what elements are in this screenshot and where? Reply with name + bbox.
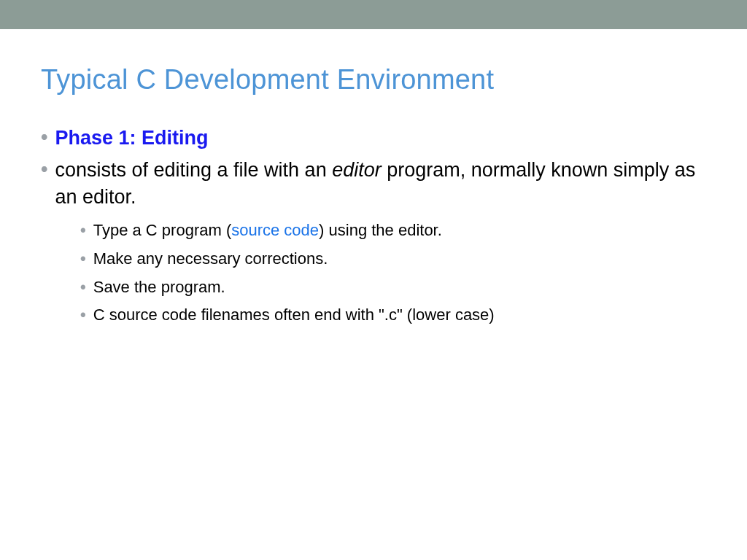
sub-bullet-list: • Type a C program (source code) using t… bbox=[41, 220, 706, 325]
sub-bullet-marker: • bbox=[80, 277, 86, 298]
header-bar bbox=[0, 0, 747, 29]
bullet-marker: • bbox=[41, 125, 47, 150]
slide-title: Typical C Development Environment bbox=[41, 64, 706, 96]
sub-bullet-marker: • bbox=[80, 220, 86, 241]
sub-bullet-marker: • bbox=[80, 249, 86, 270]
s1-post: ) using the editor. bbox=[319, 221, 442, 239]
bullet-desc-row: • consists of editing a file with an edi… bbox=[41, 157, 706, 210]
sub-bullet-text: Save the program. bbox=[93, 277, 225, 298]
sub-bullet-text: C source code filenames often end with "… bbox=[93, 305, 495, 326]
desc-italic: editor bbox=[332, 159, 382, 181]
phase-heading: Phase 1: Editing bbox=[55, 125, 208, 151]
slide-content: Typical C Development Environment • Phas… bbox=[0, 29, 747, 326]
s1-link: source code bbox=[231, 221, 319, 239]
bullet-phase-row: • Phase 1: Editing bbox=[41, 125, 706, 151]
sub-bullet-3: • Save the program. bbox=[80, 277, 706, 298]
sub-bullet-text: Make any necessary corrections. bbox=[93, 249, 328, 270]
sub-bullet-marker: • bbox=[80, 305, 86, 326]
s1-pre: Type a C program ( bbox=[93, 221, 232, 239]
sub-bullet-2: • Make any necessary corrections. bbox=[80, 249, 706, 270]
desc-pre: consists of editing a file with an bbox=[55, 159, 332, 181]
bullet-description: consists of editing a file with an edito… bbox=[55, 157, 706, 210]
sub-bullet-1: • Type a C program (source code) using t… bbox=[80, 220, 706, 241]
bullet-marker: • bbox=[41, 157, 47, 182]
sub-bullet-text: Type a C program (source code) using the… bbox=[93, 220, 442, 241]
sub-bullet-4: • C source code filenames often end with… bbox=[80, 305, 706, 326]
